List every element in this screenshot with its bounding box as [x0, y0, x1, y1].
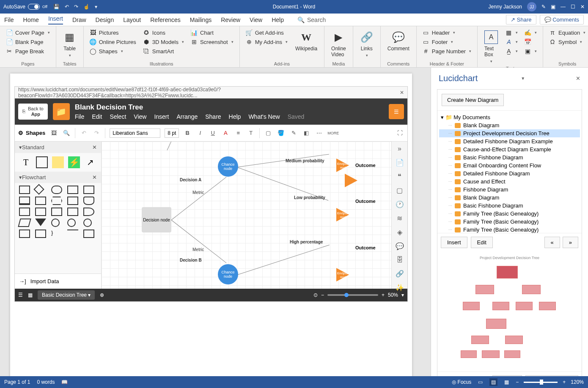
fc-decision[interactable] — [33, 184, 44, 194]
create-new-diagram-button[interactable]: Create New Diagram — [442, 94, 504, 106]
more-icon[interactable]: ⋯ — [315, 130, 323, 136]
online-video-button[interactable]: ▶Online Video — [329, 29, 349, 59]
endpoint-2[interactable]: Endpoint node — [336, 208, 349, 221]
avatar[interactable]: JJ — [527, 2, 536, 11]
shapes-button[interactable]: ◯Shapes▾ — [88, 47, 138, 55]
lucid-menu-whatsnew[interactable]: What's New — [248, 113, 280, 120]
add-page-icon[interactable]: ⊕ — [100, 292, 104, 298]
wikipedia-button[interactable]: WWikipedia — [293, 29, 320, 53]
tab-draw[interactable]: Draw — [72, 16, 86, 23]
fc-shape[interactable] — [35, 197, 46, 205]
minimize-icon[interactable]: — — [561, 4, 566, 10]
fc-sum[interactable] — [83, 219, 92, 227]
page-settings-icon[interactable]: 📄 — [396, 158, 404, 167]
wordart-icon[interactable]: A▾ — [504, 38, 519, 46]
image-icon[interactable]: 🖼 — [49, 130, 58, 136]
table-button[interactable]: ▦Table▾ — [60, 29, 79, 59]
fc-shape[interactable] — [83, 230, 94, 238]
tree-doc-item[interactable]: ⋯Basic Fishbone Diagram — [439, 153, 580, 161]
zoom-out-icon[interactable]: − — [516, 379, 519, 385]
more-label[interactable]: MORE — [327, 131, 339, 135]
tree-doc-item[interactable]: ⋯Blank Diagram — [439, 194, 580, 202]
text-box-button[interactable]: AText Box▾ — [482, 29, 500, 65]
comment-button[interactable]: 💬Comment — [385, 29, 412, 53]
italic-icon[interactable]: I — [196, 130, 204, 136]
edit-button[interactable]: Edit — [471, 237, 493, 248]
print-layout-icon[interactable]: ▤ — [489, 378, 497, 386]
fc-shape[interactable] — [51, 208, 62, 216]
undo-icon[interactable]: ↶ — [65, 4, 69, 10]
text-shape[interactable]: T — [20, 156, 32, 168]
block-shape[interactable] — [36, 156, 48, 168]
links-button[interactable]: 🔗Links▾ — [357, 29, 376, 59]
lucid-menu-share[interactable]: Share — [205, 113, 221, 120]
chance-node-b[interactable]: Chance node — [218, 264, 238, 284]
lucid-menu-select[interactable]: Select — [110, 113, 126, 120]
tab-home[interactable]: Home — [23, 16, 39, 23]
fc-or[interactable] — [67, 219, 76, 227]
tree-doc-item[interactable]: ⋯Fishbone Diagram — [439, 186, 580, 194]
zoom-in-icon[interactable]: + — [563, 379, 566, 385]
save-icon[interactable]: 💾 — [53, 4, 60, 10]
data-icon[interactable]: 🗄 — [396, 256, 403, 264]
tree-root[interactable]: ▾ 📁 My Documents — [439, 113, 580, 121]
fc-predefined[interactable] — [67, 186, 78, 194]
autosave-toggle[interactable]: AutoSave Off — [3, 4, 47, 10]
tree-doc-item[interactable]: ⋯Detailed Fishbone Diagram Example — [439, 137, 580, 145]
object-icon[interactable]: ▣▾ — [523, 47, 539, 55]
tab-review[interactable]: Review — [221, 16, 240, 23]
fc-shape[interactable] — [51, 197, 62, 205]
zoom-in-icon[interactable]: + — [382, 292, 385, 298]
close-standard-icon[interactable]: ✕ — [92, 144, 97, 150]
page-count[interactable]: Page 1 of 1 — [4, 379, 30, 385]
search-box[interactable]: 🔍 Search — [297, 16, 326, 23]
page-name[interactable]: Basic Decision Tree ▾ — [38, 290, 95, 300]
page-number-button[interactable]: #Page Number▾ — [421, 47, 473, 55]
tab-layout[interactable]: Layout — [123, 16, 141, 23]
history-icon[interactable]: 🕐 — [396, 200, 404, 208]
fc-shape[interactable] — [83, 208, 94, 216]
chance-node-a[interactable]: Chance node — [218, 156, 238, 177]
tree-doc-item[interactable]: ⋯Blank Diagram — [439, 121, 580, 129]
user-name[interactable]: Jenny Jackson — [489, 4, 522, 10]
import-data-button[interactable]: →]Import Data — [15, 273, 101, 289]
list-view-icon[interactable]: ☰ — [18, 292, 23, 298]
spell-check-icon[interactable]: 📖 — [61, 379, 68, 385]
font-select[interactable]: Liberation Sans — [110, 128, 160, 138]
footer-button[interactable]: ▭Footer▾ — [421, 38, 473, 46]
fc-shape[interactable] — [19, 230, 30, 238]
decision-node[interactable]: Decision node — [142, 207, 171, 232]
underline-icon[interactable]: U — [209, 130, 217, 136]
collapse-right-icon[interactable]: » — [398, 145, 401, 153]
qat-dropdown-icon[interactable]: ▾ — [95, 4, 97, 10]
text-color-icon[interactable]: A — [221, 130, 230, 136]
header-button[interactable]: ▭Header▾ — [421, 29, 473, 36]
text-options-icon[interactable]: T — [247, 130, 255, 136]
align-icon[interactable]: ≡ — [234, 130, 242, 136]
lucid-menu-view[interactable]: View — [134, 113, 146, 120]
border-color-icon[interactable]: 🪣 — [277, 130, 285, 136]
next-button[interactable]: » — [563, 237, 578, 248]
redo-icon[interactable]: ↷ — [92, 130, 101, 136]
zoom-slider[interactable] — [524, 382, 558, 383]
zoom-level[interactable]: 120% — [571, 379, 584, 385]
link-icon[interactable]: 🔗 — [396, 270, 404, 278]
lucid-menu-help[interactable]: Help — [229, 113, 241, 120]
endpoint-1[interactable]: Endpoint node — [336, 158, 349, 172]
note-shape[interactable] — [52, 156, 64, 168]
comments-icon[interactable]: ❝ — [398, 172, 401, 180]
insert-button[interactable]: Insert — [441, 237, 467, 248]
date-time-icon[interactable]: 📅 — [523, 38, 539, 46]
canvas[interactable]: Decision node Chance node Chance node En… — [102, 142, 391, 289]
focus-mode[interactable]: ◎ Focus — [452, 379, 471, 385]
fc-triangle[interactable] — [35, 219, 46, 226]
hotspot-shape[interactable]: ⚡ — [68, 156, 80, 168]
fc-terminator[interactable] — [51, 186, 62, 194]
close-flowchart-icon[interactable]: ✕ — [92, 174, 97, 180]
tab-mailings[interactable]: Mailings — [190, 16, 212, 23]
screenshot-button[interactable]: ⊞Screenshot▾ — [189, 38, 235, 46]
fc-shape[interactable] — [18, 219, 31, 227]
tree-doc-item[interactable]: ⋯Basic Fishbone Diagram — [439, 202, 580, 210]
shapes-panel-button[interactable]: ⚙ Shapes — [18, 130, 45, 136]
tab-insert[interactable]: Insert — [48, 15, 63, 25]
